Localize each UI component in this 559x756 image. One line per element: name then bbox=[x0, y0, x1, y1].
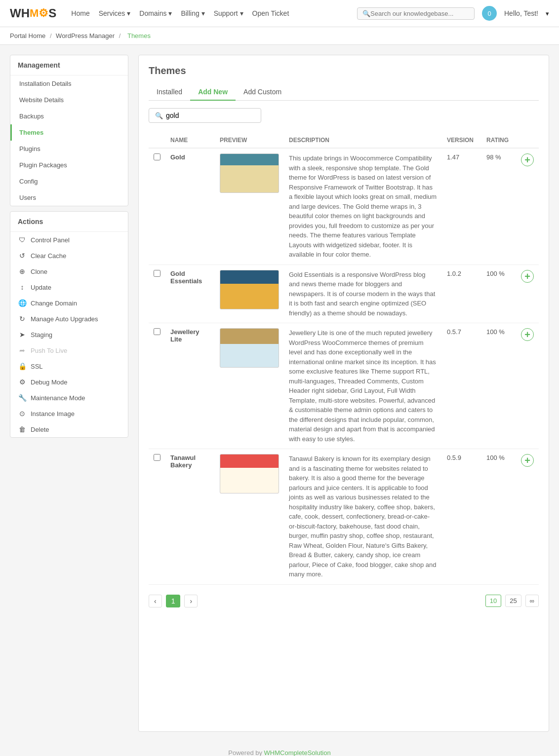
preview-image-1 bbox=[220, 270, 279, 309]
debug-mode-icon: ⚙ bbox=[18, 378, 27, 386]
content-tabs: Installed Add New Add Custom bbox=[149, 84, 539, 101]
theme-search-box[interactable]: 🔍 bbox=[149, 108, 261, 123]
action-control-panel[interactable]: 🛡 Control Panel bbox=[10, 232, 128, 248]
row-preview-2 bbox=[215, 323, 284, 449]
row-checkbox-0[interactable] bbox=[154, 153, 160, 160]
footer: Powered by WHMCompleteSolution bbox=[0, 742, 559, 756]
tab-add-new[interactable]: Add New bbox=[190, 84, 236, 101]
pagination-size-25[interactable]: 25 bbox=[505, 595, 521, 607]
nav-domains[interactable]: Domains ▾ bbox=[139, 9, 172, 17]
clear-cache-icon: ↺ bbox=[18, 252, 27, 260]
col-checkbox bbox=[149, 133, 165, 148]
pagination-next[interactable]: › bbox=[184, 595, 198, 607]
action-update[interactable]: ↕ Update bbox=[10, 279, 128, 295]
user-dropdown-icon[interactable]: ▾ bbox=[546, 10, 549, 17]
theme-search-icon: 🔍 bbox=[155, 112, 163, 119]
action-clear-cache-label: Clear Cache bbox=[31, 252, 66, 260]
theme-search-input[interactable] bbox=[166, 112, 255, 119]
table-row: Gold Essentials Gold Essentials is a res… bbox=[149, 265, 539, 323]
add-theme-button-0[interactable]: + bbox=[521, 153, 534, 166]
row-desc-2: Jewellery Lite is one of the much repute… bbox=[284, 323, 442, 449]
table-row: Jewellery Lite Jewellery Lite is one of … bbox=[149, 323, 539, 449]
action-debug-mode-label: Debug Mode bbox=[31, 378, 67, 386]
nav-home[interactable]: Home bbox=[71, 9, 89, 17]
nav-billing[interactable]: Billing ▾ bbox=[181, 9, 204, 17]
sidebar-item-plugin-packages[interactable]: Plugin Packages bbox=[10, 157, 128, 173]
add-theme-button-3[interactable]: + bbox=[521, 454, 534, 467]
row-checkbox-cell bbox=[149, 449, 165, 585]
action-instance-image-label: Instance Image bbox=[31, 410, 75, 417]
footer-link[interactable]: WHMCompleteSolution bbox=[264, 749, 331, 756]
knowledge-search-input[interactable] bbox=[370, 10, 469, 17]
action-delete-label: Delete bbox=[31, 426, 49, 433]
pagination-current[interactable]: 1 bbox=[166, 595, 181, 607]
action-clear-cache[interactable]: ↺ Clear Cache bbox=[10, 248, 128, 264]
tab-add-custom[interactable]: Add Custom bbox=[236, 84, 289, 101]
nav-support[interactable]: Support ▾ bbox=[214, 9, 243, 17]
staging-icon: ➤ bbox=[18, 331, 27, 339]
action-maintenance-mode[interactable]: 🔧 Maintenance Mode bbox=[10, 390, 128, 406]
action-delete[interactable]: 🗑 Delete bbox=[10, 421, 128, 437]
pagination-size-all[interactable]: ∞ bbox=[525, 595, 539, 607]
add-theme-button-2[interactable]: + bbox=[521, 328, 534, 341]
action-ssl[interactable]: 🔒 SSL bbox=[10, 358, 128, 374]
action-instance-image[interactable]: ⊙ Instance Image bbox=[10, 406, 128, 421]
sidebar-item-themes[interactable]: Themes bbox=[10, 124, 128, 141]
row-version-2: 0.5.7 bbox=[442, 323, 481, 449]
action-debug-mode[interactable]: ⚙ Debug Mode bbox=[10, 374, 128, 390]
nav-services[interactable]: Services ▾ bbox=[99, 9, 131, 17]
logo-gear-icon: M⚙ bbox=[30, 7, 48, 20]
sidebar-item-website-details[interactable]: Website Details bbox=[10, 92, 128, 108]
row-add-cell-0: + bbox=[516, 148, 539, 265]
row-version-0: 1.47 bbox=[442, 148, 481, 265]
breadcrumb-portal-home[interactable]: Portal Home bbox=[10, 32, 45, 39]
row-rating-0: 98 % bbox=[481, 148, 516, 265]
cart-button[interactable]: 0 bbox=[482, 6, 497, 21]
nav-left: WHM⚙S Home Services ▾ Domains ▾ Billing … bbox=[10, 6, 289, 20]
row-name-2: Jewellery Lite bbox=[165, 323, 215, 449]
table-row: Tanawul Bakery Tanawul Bakery is known f… bbox=[149, 449, 539, 585]
clone-icon: ⊕ bbox=[18, 267, 27, 275]
nav-right: 🔍 0 Hello, Test! ▾ bbox=[357, 6, 549, 21]
row-name-3: Tanawul Bakery bbox=[165, 449, 215, 585]
breadcrumb-wp-manager[interactable]: WordPress Manager bbox=[56, 32, 115, 39]
pagination-size: 10 25 ∞ bbox=[485, 595, 539, 607]
sidebar-item-installation-details[interactable]: Installation Details bbox=[10, 76, 128, 92]
sidebar-item-users[interactable]: Users bbox=[10, 189, 128, 206]
add-theme-button-1[interactable]: + bbox=[521, 270, 534, 283]
main-layout: Management Installation Details Website … bbox=[0, 45, 559, 742]
action-change-domain[interactable]: 🌐 Change Domain bbox=[10, 295, 128, 311]
row-rating-1: 100 % bbox=[481, 265, 516, 323]
logo-s: S bbox=[48, 6, 56, 20]
logo-wh: WH bbox=[10, 6, 30, 20]
action-staging[interactable]: ➤ Staging bbox=[10, 327, 128, 342]
user-greeting[interactable]: Hello, Test! bbox=[504, 9, 538, 17]
content-area: Themes Installed Add New Add Custom 🔍 NA… bbox=[138, 55, 549, 732]
col-rating: RATING bbox=[481, 133, 516, 148]
row-checkbox-2[interactable] bbox=[154, 328, 160, 335]
nav-open-ticket[interactable]: Open Ticket bbox=[252, 9, 289, 17]
pagination-prev[interactable]: ‹ bbox=[149, 595, 162, 607]
pagination-size-10[interactable]: 10 bbox=[485, 595, 501, 607]
update-icon: ↕ bbox=[18, 283, 27, 291]
action-clone[interactable]: ⊕ Clone bbox=[10, 264, 128, 279]
pagination-nav: ‹ 1 › bbox=[149, 595, 198, 607]
breadcrumb-sep-2: / bbox=[119, 32, 122, 39]
sidebar-item-config[interactable]: Config bbox=[10, 173, 128, 189]
sidebar-item-backups[interactable]: Backups bbox=[10, 108, 128, 124]
action-manage-auto-upgrades[interactable]: ↻ Manage Auto Upgrades bbox=[10, 311, 128, 327]
action-ssl-label: SSL bbox=[31, 363, 43, 370]
top-navigation: WHM⚙S Home Services ▾ Domains ▾ Billing … bbox=[0, 0, 559, 27]
row-checkbox-1[interactable] bbox=[154, 270, 160, 277]
sidebar: Management Installation Details Website … bbox=[10, 55, 128, 732]
search-row: 🔍 bbox=[149, 108, 539, 123]
knowledge-search-box[interactable]: 🔍 bbox=[357, 7, 475, 20]
row-preview-1 bbox=[215, 265, 284, 323]
row-preview-0 bbox=[215, 148, 284, 265]
sidebar-item-plugins[interactable]: Plugins bbox=[10, 141, 128, 157]
tab-installed[interactable]: Installed bbox=[149, 84, 190, 101]
search-icon: 🔍 bbox=[362, 10, 370, 17]
management-title: Management bbox=[10, 55, 128, 76]
row-checkbox-3[interactable] bbox=[154, 454, 160, 461]
action-change-domain-label: Change Domain bbox=[31, 300, 77, 307]
